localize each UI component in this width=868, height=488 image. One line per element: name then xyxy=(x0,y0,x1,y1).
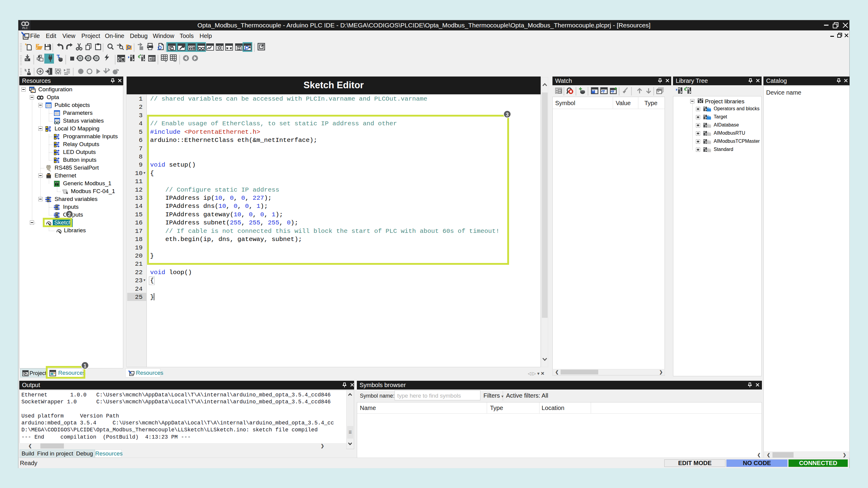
svg-text:PLC: PLC xyxy=(22,27,28,30)
